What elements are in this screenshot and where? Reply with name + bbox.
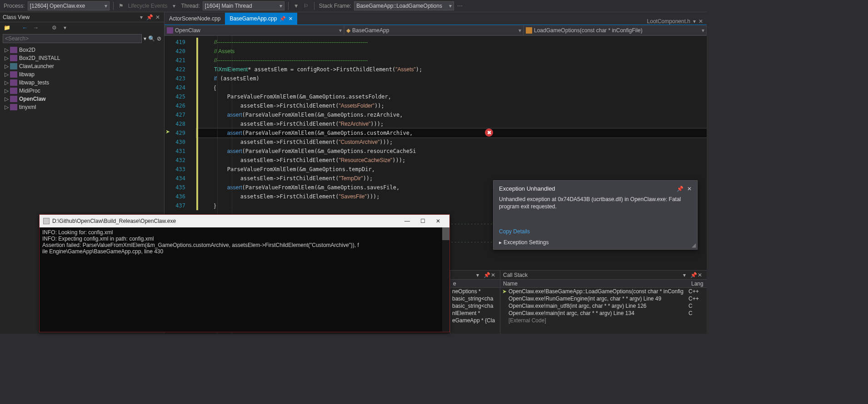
autos-row[interactable]: eGameApp * {Cla [450, 317, 500, 324]
tree-item-midiproc[interactable]: ▷MidiProc [3, 87, 161, 95]
code-line[interactable]: // Assets [196, 47, 707, 56]
tree-item-box2d[interactable]: ▷Box2D [3, 46, 161, 54]
console-output[interactable]: INFO: Looking for: config.xml INFO: Expe… [40, 227, 449, 332]
new-folder-icon[interactable]: 📁 [3, 24, 11, 32]
console-text: INFO: Looking for: config.xml INFO: Expe… [42, 229, 447, 255]
nav-function-dropdown[interactable]: LoadGameOptions(const char * inConfigFil… [524, 25, 707, 35]
tab-actorscenenode[interactable]: ActorSceneNode.cpp [165, 13, 225, 25]
code-line[interactable]: assert(ParseValueFromXmlElem(&m_GameOpti… [196, 110, 707, 119]
callstack-row[interactable]: ➤OpenClaw.exe!BaseGameApp::LoadGameOptio… [500, 288, 707, 295]
maximize-button[interactable]: ☐ [415, 216, 430, 226]
close-all-icon[interactable]: ✕ [698, 18, 703, 25]
tree-item-libwap[interactable]: ▷libwap [3, 70, 161, 79]
code-line[interactable]: //--------------------------------------… [196, 56, 707, 65]
chevron-down-icon[interactable]: ▾ [170, 2, 178, 10]
pin-icon[interactable]: 📌 [690, 272, 697, 278]
code-line[interactable]: //--------------------------------------… [196, 38, 707, 47]
forward-icon[interactable]: → [32, 24, 40, 32]
resize-grip-icon[interactable]: ◢ [692, 242, 696, 248]
code-line[interactable]: { [196, 83, 707, 92]
error-glyph-icon[interactable] [485, 128, 493, 137]
expand-icon[interactable]: ▸ [499, 239, 502, 246]
close-icon[interactable]: ✕ [154, 14, 161, 21]
gear-icon[interactable]: ⚙ [50, 24, 58, 32]
overflow-icon[interactable]: ⋯ [456, 2, 464, 10]
search-input[interactable] [3, 34, 142, 43]
stackframe-label: Stack Frame: [318, 3, 352, 9]
copy-details-link[interactable]: Copy Details [499, 228, 692, 235]
expand-icon[interactable]: ▷ [5, 71, 10, 78]
expand-icon[interactable]: ▷ [5, 104, 10, 110]
clear-icon[interactable]: ⊘ [157, 35, 161, 42]
autos-row[interactable]: neOptions * [450, 288, 500, 295]
thread-dropdown[interactable]: [1604] Main Thread▾ [203, 1, 284, 10]
scrollbar-thumb[interactable] [442, 227, 449, 240]
pin-icon[interactable]: 📌 [146, 14, 153, 21]
scrollbar[interactable] [442, 227, 449, 332]
expand-icon[interactable]: ▷ [5, 96, 10, 102]
callstack-lang-header[interactable]: Lang [688, 281, 707, 287]
chevron-down-icon[interactable]: ▾ [61, 24, 69, 32]
search-icon[interactable]: 🔍 [148, 35, 155, 42]
callstack-row[interactable]: OpenClaw.exe!main(int argc, char * * arg… [500, 310, 707, 317]
expand-icon[interactable]: ▷ [5, 63, 10, 69]
autos-row[interactable]: basic_string<cha [450, 295, 500, 302]
callstack-row[interactable]: OpenClaw.exe!main_utf8(int argc, char * … [500, 302, 707, 310]
close-button[interactable]: ✕ [430, 216, 446, 226]
pin-icon[interactable]: 📌 [677, 186, 683, 192]
code-line[interactable]: TiXmlElement* assetsElem = configRoot->F… [196, 65, 707, 74]
code-line[interactable]: assert(ParseValueFromXmlElem(&m_GameOpti… [196, 128, 707, 138]
callstack-name-header[interactable]: Name [500, 281, 688, 287]
chevron-down-icon[interactable]: ▾ [693, 18, 696, 25]
tree-item-box2d_install[interactable]: ▷Box2D_INSTALL [3, 54, 161, 62]
flag-toggle-icon[interactable]: ⚐ [302, 2, 310, 10]
code-line[interactable]: ParseValueFromXmlElem(&m_GameOptions.tem… [196, 165, 707, 174]
process-dropdown[interactable]: [12604] OpenClaw.exe▾ [28, 1, 110, 10]
tree-item-libwap_tests[interactable]: ▷libwap_tests [3, 79, 161, 87]
autos-row[interactable]: basic_string<cha [450, 302, 500, 310]
back-icon[interactable]: ← [21, 24, 29, 32]
code-line[interactable]: ParseValueFromXmlElem(&m_GameOptions.ass… [196, 92, 707, 101]
nav-project-dropdown[interactable]: OpenClaw▾ [165, 25, 344, 35]
code-line[interactable]: assetsElem->FirstChildElement("AssetsFol… [196, 101, 707, 110]
chevron-down-icon[interactable]: ▾ [144, 35, 146, 42]
exception-settings-link[interactable]: Exception Settings [504, 239, 549, 246]
close-icon[interactable]: ✕ [687, 186, 692, 192]
pin-icon[interactable]: 📌 [484, 272, 490, 278]
close-icon[interactable]: ✕ [491, 272, 497, 278]
code-line[interactable]: if (assetsElem) [196, 74, 707, 83]
callstack-row[interactable]: OpenClaw.exe!RunGameEngine(int argc, cha… [500, 295, 707, 302]
console-titlebar[interactable]: D:\Github\OpenClaw\Build_Release\OpenCla… [40, 215, 449, 227]
callstack-grid[interactable]: ➤OpenClaw.exe!BaseGameApp::LoadGameOptio… [500, 288, 707, 334]
separator [314, 2, 314, 10]
tab-basegameapp[interactable]: BaseGameApp.cpp 📌 ✕ [225, 13, 297, 25]
code-line[interactable]: assert(ParseValueFromXmlElem(&m_GameOpti… [196, 147, 707, 156]
expand-icon[interactable]: ▷ [5, 47, 10, 53]
autos-grid[interactable]: neOptions *basic_string<chabasic_string<… [450, 288, 500, 334]
code-line[interactable]: assetsElem->FirstChildElement("RezArchiv… [196, 119, 707, 128]
dropdown-icon[interactable]: ▾ [138, 14, 145, 21]
stackframe-dropdown[interactable]: BaseGameApp::LoadGameOptions▾ [354, 1, 454, 10]
autos-row[interactable]: nlElement * [450, 310, 500, 317]
nav-class-dropdown[interactable]: ◆BaseGameApp▾ [344, 25, 524, 35]
minimize-button[interactable]: — [399, 216, 415, 226]
class-view-title: Class View [3, 14, 137, 20]
tree-item-label: ClawLauncher [19, 63, 54, 69]
tree-item-tinyxml[interactable]: ▷tinyxml [3, 103, 161, 111]
code-line[interactable]: assetsElem->FirstChildElement("CustomArc… [196, 138, 707, 147]
dropdown-icon[interactable]: ▾ [683, 272, 689, 278]
expand-icon[interactable]: ▷ [5, 88, 10, 94]
expand-icon[interactable]: ▷ [5, 55, 10, 61]
pin-icon[interactable]: 📌 [279, 16, 286, 22]
close-icon[interactable]: ✕ [698, 272, 704, 278]
flag-icon[interactable]: ⚑ [117, 2, 125, 10]
dropdown-icon[interactable]: ▾ [476, 272, 483, 278]
filter-icon[interactable]: ▼ [292, 2, 300, 10]
close-icon[interactable]: ✕ [289, 16, 293, 22]
callstack-row[interactable]: [External Code] [500, 317, 707, 324]
tab-lootcomponent[interactable]: LootComponent.h [647, 18, 690, 25]
tree-item-openclaw[interactable]: ▷OpenClaw [3, 95, 161, 103]
code-line[interactable]: assetsElem->FirstChildElement("ResourceC… [196, 156, 707, 165]
tree-item-clawlauncher[interactable]: ▷ClawLauncher [3, 62, 161, 70]
expand-icon[interactable]: ▷ [5, 79, 10, 86]
